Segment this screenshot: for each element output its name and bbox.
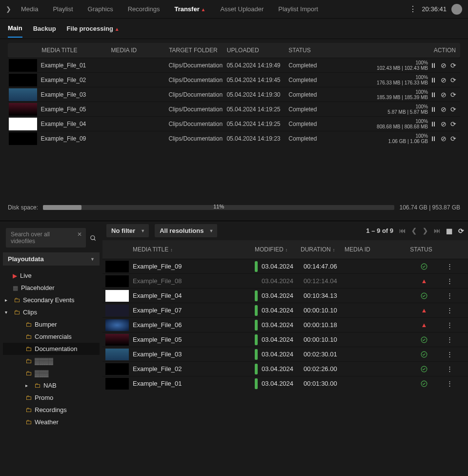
disk-label: Disk space:: [8, 204, 38, 211]
playout-dropdown[interactable]: Playoutdata: [3, 252, 100, 266]
cancel-icon[interactable]: ⊘: [441, 135, 447, 143]
cancel-icon[interactable]: ⊘: [441, 62, 447, 69]
media-header-modified[interactable]: MODIFIED↕: [255, 246, 301, 253]
header-media-id: MEDIA ID: [111, 47, 169, 54]
user-avatar-icon[interactable]: [451, 4, 462, 15]
topnav-playlist-import[interactable]: Playlist Import: [278, 5, 318, 13]
chevron-icon[interactable]: ▸: [25, 383, 31, 388]
transfer-row[interactable]: Example_File_01 Clips/Documentation 05.0…: [8, 58, 460, 72]
tree-item-clips[interactable]: ▾🗀Clips: [3, 306, 100, 318]
media-status-icon: ▲: [406, 277, 442, 285]
pause-icon[interactable]: ⏸: [430, 120, 437, 128]
prev-page-icon[interactable]: ❮: [411, 227, 417, 234]
header-target-folder: TARGET FOLDER: [169, 47, 227, 54]
topnav-graphics[interactable]: Graphics: [88, 5, 113, 13]
transfer-row[interactable]: Example_File_09 Clips/Documentation 05.0…: [8, 131, 460, 145]
resolution-dropdown[interactable]: All resolutions: [155, 224, 217, 237]
tree-item-secondary-events[interactable]: ▸🗀Secondary Events: [3, 294, 100, 306]
row-menu-icon[interactable]: ⋮: [447, 307, 453, 314]
cancel-icon[interactable]: ⊘: [441, 120, 447, 128]
tree-label: Recordings: [35, 406, 67, 414]
last-page-icon[interactable]: ⏭: [434, 227, 440, 234]
pause-icon[interactable]: ⏸: [430, 76, 437, 84]
transfer-row[interactable]: Example_File_02 Clips/Documentation 05.0…: [8, 72, 460, 87]
chevron-icon[interactable]: ▾: [5, 310, 11, 315]
row-menu-icon[interactable]: ⋮: [447, 336, 453, 343]
tree-item-documentation[interactable]: 🗀Documentation: [3, 343, 100, 355]
media-row[interactable]: Example_File_03 03.04.2024 00:02:30.01 ⋮: [102, 347, 468, 361]
transfer-title: Example_File_03: [38, 91, 111, 98]
refresh-icon[interactable]: ⟳: [458, 227, 464, 235]
tree-label: Clips: [23, 309, 37, 316]
first-page-icon[interactable]: ⏮: [399, 227, 406, 234]
tree-item-nab[interactable]: ▸🗀NAB: [3, 379, 100, 392]
nav-chevron-icon[interactable]: ❯: [6, 5, 11, 13]
filter-dropdown[interactable]: No filter: [106, 224, 149, 237]
topnav-asset-uploader[interactable]: Asset Uploader: [220, 5, 264, 13]
pause-icon[interactable]: ⏸: [430, 135, 437, 143]
media-row[interactable]: Example_File_09 03.04.2024 00:14:47.06 ⋮: [102, 259, 468, 273]
more-icon[interactable]: ⋮: [409, 4, 417, 14]
subtab-main[interactable]: Main: [8, 24, 22, 38]
row-menu-icon[interactable]: ⋮: [447, 380, 453, 387]
cancel-icon[interactable]: ⊘: [441, 76, 447, 84]
transfer-row[interactable]: Example_File_03 Clips/Documentation 05.0…: [8, 87, 460, 102]
transfer-row[interactable]: Example_File_04 Clips/Documentation 05.0…: [8, 116, 460, 131]
retry-icon[interactable]: ⟳: [450, 91, 456, 99]
media-status-icon: [406, 351, 442, 358]
chevron-icon[interactable]: ▸: [5, 297, 11, 303]
tree-item-placeholder[interactable]: ▦Placeholder: [3, 282, 100, 294]
tree-item-promo[interactable]: 🗀Promo: [3, 392, 100, 404]
topnav-recordings[interactable]: Recordings: [128, 5, 160, 13]
media-row[interactable]: Example_File_06 03.04.2024 00:00:10.18 ▲…: [102, 317, 468, 332]
subtab-file-processing[interactable]: File processing: [67, 25, 120, 37]
media-header-id[interactable]: MEDIA ID: [345, 246, 403, 253]
search-input[interactable]: Search over all videofiles ✕: [6, 228, 86, 248]
media-header-row: MEDIA TITLE↕ MODIFIED↕ DURATION↕ MEDIA I…: [102, 240, 468, 259]
tree-item-weather[interactable]: 🗀Weather: [3, 416, 100, 428]
media-row[interactable]: Example_File_07 03.04.2024 00:00:10.10 ▲…: [102, 303, 468, 317]
transfer-uploaded: 05.04.2024 14:19:23: [226, 135, 288, 142]
tree-item-bumper[interactable]: 🗀Bumper: [3, 318, 100, 331]
media-row[interactable]: Example_File_02 03.04.2024 00:02:26.00 ⋮: [102, 361, 468, 376]
topnav-playlist[interactable]: Playlist: [53, 5, 73, 13]
pause-icon[interactable]: ⏸: [430, 91, 437, 99]
row-menu-icon[interactable]: ⋮: [447, 277, 453, 285]
media-row[interactable]: Example_File_01 03.04.2024 00:01:30.00 ⋮: [102, 376, 468, 391]
tree-item-▓▓▓[interactable]: 🗀▓▓▓: [3, 367, 100, 379]
cancel-icon[interactable]: ⊘: [441, 91, 447, 99]
pause-icon[interactable]: ⏸: [430, 62, 437, 69]
search-icon[interactable]: [90, 234, 97, 242]
topnav-transfer[interactable]: Transfer: [174, 5, 205, 13]
tree-item-▓▓▓▓[interactable]: 🗀▓▓▓▓: [3, 355, 100, 367]
cancel-icon[interactable]: ⊘: [441, 105, 447, 113]
tree-label: Bumper: [35, 321, 57, 328]
media-row[interactable]: Example_File_04 03.04.2024 00:10:34.13 ⋮: [102, 288, 468, 303]
row-menu-icon[interactable]: ⋮: [447, 365, 453, 373]
retry-icon[interactable]: ⟳: [450, 120, 456, 128]
tree-item-live[interactable]: ▶Live: [3, 269, 100, 282]
retry-icon[interactable]: ⟳: [450, 135, 456, 143]
retry-icon[interactable]: ⟳: [450, 105, 456, 113]
retry-icon[interactable]: ⟳: [450, 62, 456, 69]
next-page-icon[interactable]: ❯: [423, 227, 428, 234]
row-menu-icon[interactable]: ⋮: [447, 263, 453, 270]
grid-view-icon[interactable]: ▦: [446, 227, 452, 235]
clear-search-icon[interactable]: ✕: [77, 231, 82, 238]
media-row[interactable]: Example_File_05 03.04.2024 00:00:10.10 ⋮: [102, 332, 468, 347]
row-menu-icon[interactable]: ⋮: [447, 321, 453, 329]
subtab-backup[interactable]: Backup: [33, 25, 56, 37]
retry-icon[interactable]: ⟳: [450, 76, 456, 84]
pager-text: 1 – 9 of 9: [366, 227, 393, 234]
tree-item-commercials[interactable]: 🗀Commercials: [3, 331, 100, 343]
topnav-media[interactable]: Media: [21, 5, 38, 13]
media-modified: 03.04.2024: [262, 277, 304, 285]
tree-item-recordings[interactable]: 🗀Recordings: [3, 404, 100, 416]
media-row[interactable]: Example_File_08 03.04.2024 00:12:14.04 ▲…: [102, 273, 468, 288]
media-header-duration[interactable]: DURATION↕: [301, 246, 345, 253]
row-menu-icon[interactable]: ⋮: [447, 292, 453, 299]
media-header-title[interactable]: MEDIA TITLE↕: [133, 246, 255, 253]
transfer-row[interactable]: Example_File_05 Clips/Documentation 05.0…: [8, 102, 460, 116]
pause-icon[interactable]: ⏸: [430, 105, 437, 113]
row-menu-icon[interactable]: ⋮: [447, 351, 453, 358]
